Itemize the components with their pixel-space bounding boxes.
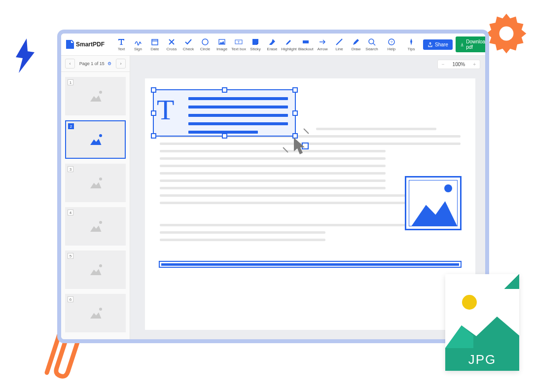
app-window: SmartPDF Text Sign Date Cross Check Circ… <box>61 34 485 339</box>
thumb-image-icon <box>88 178 103 188</box>
sign-icon <box>134 38 142 46</box>
cross-icon <box>168 38 176 46</box>
sidebar-header: ‹ Page 1 of 15 ⚙ › <box>61 56 130 72</box>
main-toolbar: SmartPDF Text Sign Date Cross Check Circ… <box>61 34 485 56</box>
search-icon <box>368 38 376 46</box>
textbox-lines <box>188 97 288 134</box>
thumb-image-icon <box>88 264 103 275</box>
share-button[interactable]: Share <box>423 39 453 50</box>
thumbnail-3[interactable]: 3 <box>65 164 126 202</box>
svg-text:?: ? <box>391 40 393 44</box>
svg-point-0 <box>499 27 514 41</box>
resize-handle-bl[interactable] <box>151 133 156 139</box>
svg-text:T: T <box>238 40 240 44</box>
bolt-decoration-icon <box>13 38 37 73</box>
tool-date[interactable]: Date <box>147 38 163 51</box>
thumb-image-icon <box>88 308 103 319</box>
help-button[interactable]: ?Help <box>384 38 399 51</box>
thumb-image-icon <box>88 91 103 102</box>
action-buttons: Share Download pdf <box>423 36 485 52</box>
dropcap-letter: T <box>157 93 174 126</box>
tool-cross[interactable]: Cross <box>164 38 179 51</box>
resize-handle-tl[interactable] <box>151 87 156 93</box>
tool-text[interactable]: Text <box>113 38 129 51</box>
tool-list: Text Sign Date Cross Check Circle Image … <box>113 38 364 51</box>
svg-rect-1 <box>152 39 158 45</box>
svg-rect-7 <box>303 40 309 43</box>
thumb-image-icon <box>88 221 103 232</box>
tool-line[interactable]: Line <box>331 38 347 51</box>
jpg-file-card: JPG <box>445 274 519 371</box>
line-icon <box>335 38 343 46</box>
app-body: ‹ Page 1 of 15 ⚙ › 1 2 3 4 5 6 − 100% + … <box>61 56 485 339</box>
thumbnail-2[interactable]: 2 <box>65 120 126 159</box>
tool-circle[interactable]: Circle <box>197 38 213 51</box>
page-indicator: Page 1 of 15 ⚙ <box>79 61 112 66</box>
gear-decoration-icon <box>483 10 530 57</box>
jpg-label: JPG <box>445 348 519 371</box>
sun-icon <box>444 184 452 192</box>
tool-draw[interactable]: Draw <box>348 38 364 51</box>
zoom-value: 100% <box>449 60 469 69</box>
cursor-icon <box>293 137 311 156</box>
resize-handle-tm[interactable] <box>222 87 227 93</box>
jpg-sun-icon <box>462 295 477 310</box>
help-icon: ? <box>388 38 395 46</box>
search-button[interactable]: Search <box>364 38 380 51</box>
canvas-area[interactable]: − 100% + T <box>130 56 485 339</box>
tool-blackout[interactable]: Blackout <box>298 38 314 51</box>
download-icon <box>460 42 464 47</box>
prev-page-button[interactable]: ‹ <box>65 59 75 69</box>
draw-icon <box>352 38 360 46</box>
image-icon <box>218 38 226 46</box>
tool-check[interactable]: Check <box>180 38 196 51</box>
app-name: SmartPDF <box>76 41 105 48</box>
tool-sign[interactable]: Sign <box>130 38 146 51</box>
text-icon <box>117 38 125 46</box>
app-logo[interactable]: SmartPDF <box>66 40 105 49</box>
svg-line-10 <box>373 43 375 45</box>
thumbnail-6[interactable]: 6 <box>65 294 126 332</box>
thumbnail-list[interactable]: 1 2 3 4 5 6 <box>61 72 130 339</box>
thumbnails-sidebar: ‹ Page 1 of 15 ⚙ › 1 2 3 4 5 6 <box>61 56 130 339</box>
next-page-button[interactable]: › <box>116 59 126 69</box>
textbox-icon: T <box>235 38 243 46</box>
resize-handle-tr[interactable] <box>292 87 298 93</box>
thumbnail-4[interactable]: 4 <box>65 207 126 246</box>
download-button[interactable]: Download pdf <box>456 36 485 52</box>
tool-highlight[interactable]: Highlight <box>281 38 297 51</box>
highlight-icon <box>285 38 293 46</box>
zoom-in-button[interactable]: + <box>469 60 480 69</box>
gear-icon[interactable]: ⚙ <box>107 61 112 66</box>
tool-textbox[interactable]: TText box <box>231 38 247 51</box>
selected-textbox[interactable]: T <box>153 89 296 137</box>
thumbnail-1[interactable]: 1 <box>65 77 126 115</box>
tool-sticky[interactable]: Sticky <box>248 38 263 51</box>
resize-handle-bm[interactable] <box>222 133 227 139</box>
zoom-control: − 100% + <box>437 60 480 69</box>
tool-erase[interactable]: Erase <box>264 38 280 51</box>
check-icon <box>184 38 192 46</box>
share-icon <box>427 42 433 47</box>
document-page[interactable]: T <box>145 78 475 330</box>
arrow-icon <box>319 38 326 46</box>
help-group: Search ?Help Tips <box>364 38 419 51</box>
resize-handle-mr[interactable] <box>292 110 298 116</box>
erase-icon <box>268 38 276 46</box>
circle-icon <box>201 38 209 46</box>
app-frame: SmartPDF Text Sign Date Cross Check Circ… <box>57 30 489 343</box>
tips-icon <box>407 38 415 46</box>
thumbnail-5[interactable]: 5 <box>65 250 126 289</box>
selected-line[interactable] <box>159 261 462 268</box>
tool-image[interactable]: Image <box>214 38 230 51</box>
tool-arrow[interactable]: Arrow <box>315 38 330 51</box>
blackout-icon <box>302 38 310 46</box>
svg-point-9 <box>369 39 374 44</box>
zoom-out-button[interactable]: − <box>438 60 449 69</box>
resize-handle-ml[interactable] <box>151 110 156 116</box>
sticky-icon <box>251 38 259 46</box>
logo-icon <box>66 40 74 49</box>
tips-button[interactable]: Tips <box>403 38 419 51</box>
date-icon <box>151 38 159 46</box>
image-placeholder[interactable] <box>405 176 462 230</box>
